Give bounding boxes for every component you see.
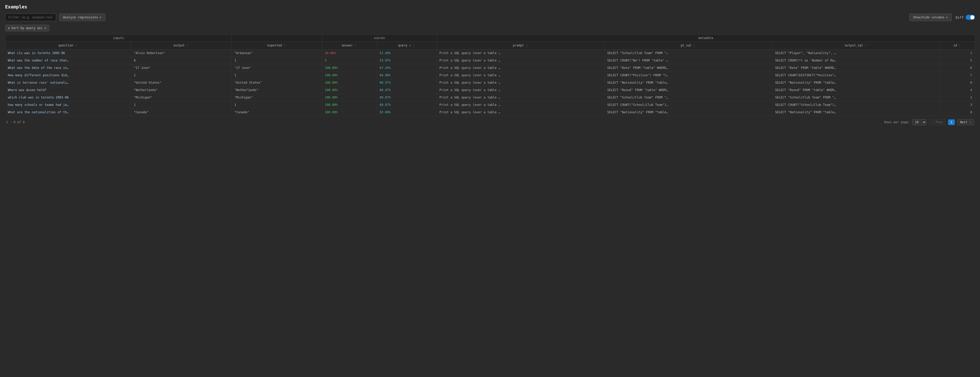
cell-expected: "Netherlands" xyxy=(232,86,322,94)
cell-expected: 1 xyxy=(232,57,322,64)
cell-prompt: Print a SQL query (over a table … xyxy=(437,64,605,72)
current-page: 1 xyxy=(948,119,955,125)
group-header-row: inputs scores metadata xyxy=(5,35,975,41)
diff-switch[interactable] xyxy=(966,15,975,20)
table-row[interactable]: how many schools or teams had ja…11100.0… xyxy=(5,101,975,109)
cell-output: 1 xyxy=(131,101,232,109)
cell-output-sql: SELECT "Player", "Nationality", … xyxy=(772,49,940,57)
cell-question: how many schools or teams had ja… xyxy=(5,101,131,109)
chevron-down-icon: ▾ xyxy=(946,16,948,19)
cell-output: "Canada" xyxy=(131,109,232,116)
cell-output-sql: SELECT "School/Club Team" FROM "… xyxy=(772,94,940,101)
group-scores: scores xyxy=(322,35,437,41)
cell-question: How many different positions did… xyxy=(5,72,131,79)
cell-expected: 1 xyxy=(232,101,322,109)
cell-gt-sql: SELECT COUNT("School/Club Team")… xyxy=(605,101,773,109)
toggle-knob xyxy=(970,15,974,19)
cell-prompt: Print a SQL query (over a table … xyxy=(437,101,605,109)
group-inputs: inputs xyxy=(5,35,232,41)
col-prompt: prompt ⋮ xyxy=(437,41,605,49)
cell-prompt: Print a SQL query (over a table … xyxy=(437,72,605,79)
show-hide-columns-button[interactable]: Show/hide columns ▾ xyxy=(909,14,952,21)
prompt-col-menu[interactable]: ⋮ xyxy=(525,43,528,48)
cell-gt-sql: SELECT "Nationality" FROM "table… xyxy=(605,79,773,86)
cell-prompt: Print a SQL query (over a table … xyxy=(437,49,605,57)
analyze-label: Analyze regressions xyxy=(63,16,98,19)
cell-query: 89.87% xyxy=(377,101,437,109)
cell-id: 7 xyxy=(940,72,975,79)
table-row[interactable]: Where was Assen held?"Netherlands""Nethe… xyxy=(5,86,975,94)
diff-toggle: Diff xyxy=(956,15,975,20)
rows-per-page-label: Rows per page: xyxy=(884,120,910,124)
cell-answer: 100.00% xyxy=(322,94,377,101)
table-row[interactable]: How many different positions did…11100.0… xyxy=(5,72,975,79)
sort-icon: ⇅ xyxy=(8,26,10,30)
next-button[interactable]: Next › xyxy=(957,119,974,125)
diff-label: Diff xyxy=(956,16,964,19)
sort-tag-close[interactable]: × xyxy=(44,26,46,30)
cell-gt-sql: SELECT "Round" FROM "table" WHER… xyxy=(605,86,773,94)
col-header-row: question ⋮ output ⋮ expected ⋮ xyxy=(5,41,975,49)
output-sql-col-menu[interactable]: ⋮ xyxy=(864,43,868,48)
expected-col-menu[interactable]: ⋮ xyxy=(283,43,286,48)
col-question: question ⋮ xyxy=(5,41,131,49)
prev-button[interactable]: ‹ Prev xyxy=(929,119,945,125)
cell-output-sql: SELECT COUNT("School/Club Team")… xyxy=(772,101,940,109)
toolbar: Analyze regressions ▾ Show/hide columns … xyxy=(5,14,975,21)
col-output: output ⋮ xyxy=(131,41,232,49)
table-row[interactable]: which club was in toronto 2003-06"Michig… xyxy=(5,94,975,101)
col-output-sql: output_sql ⋮ xyxy=(772,41,940,49)
cell-gt-sql: SELECT COUNT("Position") FROM "t… xyxy=(605,72,773,79)
cell-output: 1 xyxy=(131,72,232,79)
rows-per-page: Rows per page: 102550100 xyxy=(884,119,926,125)
answer-col-menu[interactable]: ⋮ xyxy=(354,43,357,48)
cell-output-sql: SELECT "Nationality" FROM "table… xyxy=(772,109,940,116)
table-row[interactable]: What was the date of the race in…"17 Jun… xyxy=(5,64,975,72)
cell-output-sql: SELECT "Date" FROM "table" WHERE… xyxy=(772,64,940,72)
cell-id: 0 xyxy=(940,79,975,86)
cell-answer: 100.00% xyxy=(322,64,377,72)
cell-id: 2 xyxy=(940,94,975,101)
table-row[interactable]: What clu was in toronto 1995-96"Alvin Ro… xyxy=(5,49,975,57)
query-col-menu[interactable]: ⋮ xyxy=(412,43,415,48)
table-row[interactable]: What are the nationalities of th…"Canada… xyxy=(5,109,975,116)
cell-answer: 100.00% xyxy=(322,86,377,94)
group-expected xyxy=(232,35,322,41)
footer: 1 - 9 of 9 Rows per page: 102550100 ‹ Pr… xyxy=(5,116,975,126)
cell-id: 6 xyxy=(940,64,975,72)
cell-output: "Michigan" xyxy=(131,94,232,101)
cell-id: 5 xyxy=(940,57,975,64)
show-hide-label: Show/hide columns xyxy=(913,16,945,19)
table-body: What clu was in toronto 1995-96"Alvin Ro… xyxy=(5,49,975,116)
gt-sql-col-menu[interactable]: ⋮ xyxy=(693,43,696,48)
cell-id: 3 xyxy=(940,101,975,109)
cell-answer: 0 xyxy=(322,57,377,64)
cell-query: 88.57% xyxy=(377,79,437,86)
cell-query: 67.24% xyxy=(377,64,437,72)
output-col-menu[interactable]: ⋮ xyxy=(186,43,189,48)
table-row[interactable]: What was the number of race that…01053.9… xyxy=(5,57,975,64)
range-label: 1 - 9 of 9 xyxy=(6,120,24,124)
cell-query: 89.87% xyxy=(377,94,437,101)
cell-question: What are the nationalities of th… xyxy=(5,109,131,116)
cell-output-sql: SELECT COUNT(*) as 'Number of Ra… xyxy=(772,57,940,64)
cell-query: 84.96% xyxy=(377,72,437,79)
cell-query: 51.49% xyxy=(377,49,437,57)
cell-output-sql: SELECT "Nationality" FROM "table… xyxy=(772,79,940,86)
cell-question: Where was Assen held? xyxy=(5,86,131,94)
cell-prompt: Print a SQL query (over a table … xyxy=(437,109,605,116)
chevron-down-icon: ▾ xyxy=(100,16,101,19)
analyze-regressions-button[interactable]: Analyze regressions ▾ xyxy=(59,14,105,21)
sort-tag-label: Sort by query asc xyxy=(11,26,43,30)
rows-per-page-select[interactable]: 102550100 xyxy=(912,119,926,125)
question-col-menu[interactable]: ⋮ xyxy=(74,43,78,48)
cell-answer: 100.00% xyxy=(322,72,377,79)
cell-prompt: Print a SQL query (over a table … xyxy=(437,86,605,94)
toolbar-right: Show/hide columns ▾ Diff xyxy=(909,14,975,21)
col-query[interactable]: query ↑ ⋮ xyxy=(377,41,437,49)
table-row[interactable]: What is terrence ross' nationali…"United… xyxy=(5,79,975,86)
filter-input[interactable] xyxy=(5,14,56,21)
cell-prompt: Print a SQL query (over a table … xyxy=(437,94,605,101)
cell-id: 8 xyxy=(940,109,975,116)
id-col-menu[interactable]: ⋮ xyxy=(958,43,962,48)
